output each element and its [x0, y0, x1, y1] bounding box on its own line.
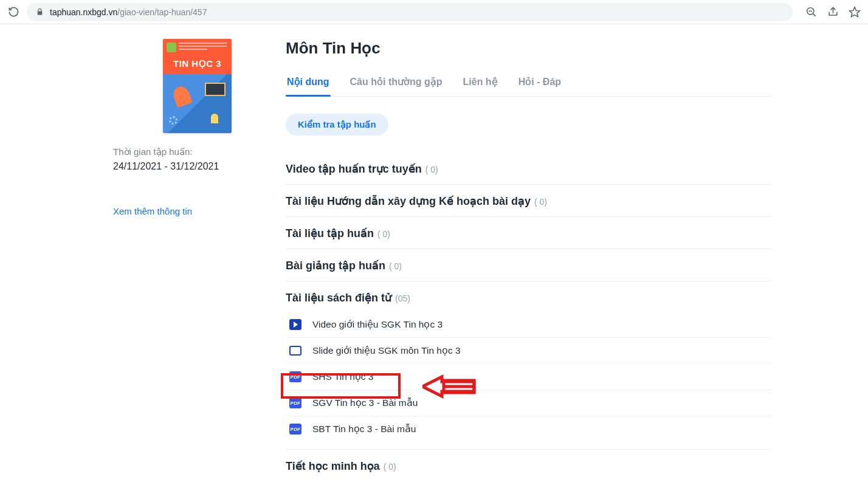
section-list: Video tập huấn trực tuyến ( 0) Tài liệu … [286, 153, 771, 481]
section-title: Video tập huấn trực tuyến [286, 162, 422, 176]
svg-line-1 [813, 14, 815, 16]
browser-toolbar: taphuan.nxbgd.vn/giao-vien/tap-huan/457 [0, 0, 868, 24]
ebook-item-sgv[interactable]: PDF SGV Tin học 3 - Bài mẫu [286, 390, 771, 416]
section-count: (05) [395, 294, 410, 303]
tab-content[interactable]: Nội dung [286, 71, 331, 96]
url-text: taphuan.nxbgd.vn/giao-vien/tap-huan/457 [50, 7, 207, 17]
pdf-icon: PDF [289, 424, 301, 435]
section-training-materials[interactable]: Tài liệu tập huấn ( 0) [286, 217, 771, 249]
play-icon [289, 319, 301, 330]
address-bar[interactable]: taphuan.nxbgd.vn/giao-vien/tap-huan/457 [27, 3, 793, 21]
section-count: ( 0) [384, 462, 396, 472]
book-cover-title: TIN HỌC 3 [163, 58, 232, 69]
ebook-item-sbt[interactable]: PDF SBT Tin học 3 - Bài mẫu [286, 416, 771, 442]
section-title: Tài liệu Hướng dẫn xây dựng Kế hoạch bài… [286, 194, 531, 208]
tab-faq[interactable]: Câu hỏi thường gặp [349, 71, 444, 96]
share-icon[interactable] [827, 6, 839, 18]
reload-icon[interactable] [7, 6, 19, 18]
pdf-icon: PDF [289, 371, 301, 382]
ebook-item-slide[interactable]: Slide giới thiệu SGK môn Tin học 3 [286, 338, 771, 364]
main-content: Môn Tin Học Nội dung Câu hỏi thường gặp … [286, 39, 868, 481]
section-lesson-plan-guide[interactable]: Tài liệu Hướng dẫn xây dựng Kế hoạch bài… [286, 185, 771, 217]
section-title: Tiết học minh họa [286, 459, 380, 473]
training-period-label: Thời gian tập huấn: [113, 146, 286, 157]
sidebar: TIN HỌC 3 Thời gian tập huấn: 24/11/2021… [0, 39, 286, 481]
ebook-item-label: Slide giới thiệu SGK môn Tin học 3 [312, 345, 461, 356]
ebook-item-video[interactable]: Video giới thiệu SGK Tin học 3 [286, 312, 771, 338]
ebook-item-label: SBT Tin học 3 - Bài mẫu [312, 424, 416, 435]
section-title: Tài liệu sách điện tử [286, 291, 391, 304]
slide-icon [289, 345, 301, 356]
url-path: /giao-vien/tap-huan/457 [117, 7, 207, 17]
more-info-link[interactable]: Xem thêm thông tin [113, 206, 286, 216]
annotation-arrow-icon [422, 374, 477, 399]
page-body: TIN HỌC 3 Thời gian tập huấn: 24/11/2021… [0, 24, 868, 481]
ebook-item-label: SHS Tin học 3 [312, 371, 373, 382]
pdf-icon: PDF [289, 397, 301, 408]
section-count: ( 0) [389, 261, 402, 271]
training-period-value: 24/11/2021 - 31/12/2021 [113, 161, 286, 172]
section-online-video[interactable]: Video tập huấn trực tuyến ( 0) [286, 153, 771, 185]
url-host: taphuan.nxbgd.vn [50, 7, 117, 17]
section-count: ( 0) [377, 229, 390, 239]
ebook-item-label: Video giới thiệu SGK Tin học 3 [312, 319, 443, 330]
ebook-item-label: SGV Tin học 3 - Bài mẫu [312, 397, 418, 408]
ebook-item-shs[interactable]: PDF SHS Tin học 3 [286, 364, 771, 390]
svg-marker-3 [850, 7, 860, 16]
section-count: ( 0) [425, 165, 438, 174]
book-cover: TIN HỌC 3 [163, 39, 232, 133]
section-training-lectures[interactable]: Bài giảng tập huấn ( 0) [286, 249, 771, 281]
star-icon[interactable] [849, 6, 861, 18]
take-test-button[interactable]: Kiểm tra tập huấn [286, 114, 388, 136]
tab-qa[interactable]: Hỏi - Đáp [517, 71, 562, 96]
tab-contact[interactable]: Liên hệ [462, 71, 499, 96]
section-title: Tài liệu tập huấn [286, 227, 374, 240]
zoom-out-icon[interactable] [805, 6, 817, 18]
section-sample-lesson[interactable]: Tiết học minh họa ( 0) [286, 449, 771, 481]
section-ebooks[interactable]: Tài liệu sách điện tử (05) [286, 281, 771, 308]
section-count: ( 0) [534, 197, 547, 207]
lock-icon [35, 8, 44, 16]
section-title: Bài giảng tập huấn [286, 259, 385, 272]
ebook-list: Video giới thiệu SGK Tin học 3 Slide giớ… [286, 308, 771, 442]
tabs: Nội dung Câu hỏi thường gặp Liên hệ Hỏi … [286, 71, 771, 97]
page-title: Môn Tin Học [286, 39, 771, 58]
